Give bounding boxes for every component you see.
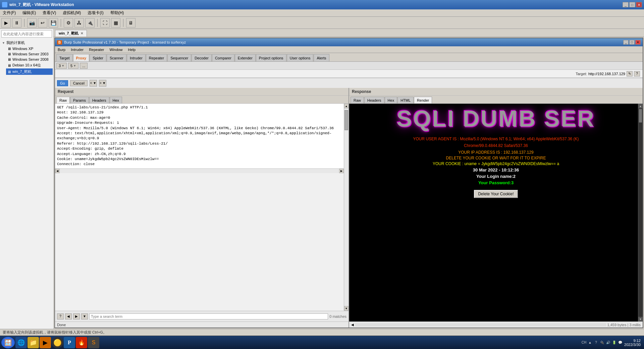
- nav-right-btn[interactable]: > ▼: [99, 80, 106, 87]
- tab-decoder[interactable]: Decoder: [192, 54, 212, 61]
- request-hscroll[interactable]: ◀ ▶: [55, 168, 344, 173]
- search-next-btn[interactable]: ▶: [73, 313, 80, 319]
- burp-menu-window[interactable]: Window: [108, 47, 124, 52]
- req-tab-params[interactable]: Params: [70, 97, 89, 103]
- toolbar-fullscreen-btn[interactable]: ⛶: [100, 18, 110, 28]
- resp-tab-raw[interactable]: Raw: [351, 97, 364, 103]
- subtab-more[interactable]: ...: [80, 63, 88, 69]
- clock[interactable]: 9:12 2022/3/30: [624, 339, 643, 347]
- burp-minimize[interactable]: _: [623, 40, 629, 45]
- burp-menu-burp[interactable]: Burp: [56, 47, 67, 52]
- tab-project-options[interactable]: Project options: [256, 54, 286, 61]
- vscroll-down[interactable]: ▼: [344, 306, 348, 311]
- tab-intruder[interactable]: Intruder: [127, 54, 146, 61]
- vm-icon-debian: 🖥: [7, 63, 11, 67]
- toolbar-unity-btn[interactable]: ▦: [111, 18, 120, 28]
- resp-vscroll-up[interactable]: ▲: [638, 104, 643, 108]
- menu-tabs[interactable]: 选项卡(I): [86, 9, 105, 16]
- sidebar-item-winxp[interactable]: 🖥 Windows XP: [6, 46, 53, 51]
- toolbar-network-btn[interactable]: 🖧: [74, 18, 84, 28]
- tab-sequencer[interactable]: Sequencer: [167, 54, 191, 61]
- toolbar-power-btn[interactable]: ▶: [1, 18, 11, 28]
- sidebar-item-win7[interactable]: 🖥 win_7_靶机: [6, 68, 53, 75]
- burp-menu-help[interactable]: Help: [127, 47, 137, 52]
- close-button[interactable]: ✕: [636, 2, 642, 7]
- subtab-5[interactable]: 5 ▼: [68, 63, 78, 69]
- req-tab-hex[interactable]: Hex: [110, 97, 122, 103]
- menu-vm[interactable]: 虚拟机(M): [61, 9, 82, 16]
- resp-vscroll-down[interactable]: ▼: [638, 317, 643, 321]
- taskbar-media[interactable]: ▶: [40, 337, 51, 348]
- req-tab-headers[interactable]: Headers: [89, 97, 109, 103]
- vscroll-up[interactable]: ▲: [344, 104, 348, 108]
- hscroll-left[interactable]: ◀: [55, 169, 60, 173]
- resp-scroll-left[interactable]: ◀: [351, 323, 354, 327]
- sidebar-item-winserver2003[interactable]: 🖥 Windows Server 2003: [6, 51, 53, 57]
- req-tab-raw[interactable]: Raw: [56, 97, 70, 103]
- toolbar-send-ctrl-alt-del[interactable]: 🖥: [126, 18, 136, 28]
- request-vscroll[interactable]: ▲ ▼: [344, 104, 348, 311]
- tree-my-computer[interactable]: ▼ 我的计算机: [1, 40, 53, 46]
- target-edit-btn[interactable]: ✎: [627, 71, 633, 77]
- taskbar-sublime[interactable]: S: [88, 337, 99, 348]
- sidebar-item-winserver2008[interactable]: 🖥 Windows Server 2008: [6, 57, 53, 62]
- taskbar-p-app[interactable]: P: [64, 337, 75, 348]
- toolbar-save-btn[interactable]: 💾: [49, 18, 58, 28]
- sidebar-item-debian[interactable]: 🖥 Debian 10.x 64位: [6, 62, 53, 68]
- menu-file[interactable]: 文件(F): [1, 9, 17, 16]
- search-input[interactable]: [89, 313, 328, 319]
- taskbar-explorer[interactable]: 📁: [28, 337, 39, 348]
- delete-cookie-button[interactable]: Delete Your Cookie!: [474, 190, 518, 198]
- search-help-btn[interactable]: ?: [57, 313, 64, 319]
- tab-scanner[interactable]: Scanner: [107, 54, 126, 61]
- sidebar-search-input[interactable]: [1, 30, 52, 38]
- toolbar-usb-btn[interactable]: 🔌: [85, 18, 95, 28]
- hscroll-right[interactable]: ▶: [339, 169, 344, 173]
- toolbar-restore-btn[interactable]: ↩: [38, 18, 47, 28]
- vscroll-track[interactable]: [344, 108, 348, 306]
- minimize-button[interactable]: _: [623, 2, 629, 7]
- target-help-btn[interactable]: ?: [634, 71, 640, 77]
- tab-alerts[interactable]: Alerts: [314, 54, 329, 61]
- taskbar-ie[interactable]: 🌐: [15, 337, 27, 348]
- resp-scroll-track[interactable]: [638, 108, 643, 317]
- tab-comparer[interactable]: Comparer: [212, 54, 234, 61]
- burp-maximize[interactable]: □: [629, 40, 635, 45]
- maximize-button[interactable]: □: [629, 2, 635, 7]
- tab-proxy[interactable]: Proxy: [73, 54, 90, 61]
- subtab-3[interactable]: 3 ▼: [56, 63, 67, 69]
- resp-tab-headers[interactable]: Headers: [364, 97, 384, 103]
- resp-hscroll-track[interactable]: [355, 323, 606, 327]
- vm-tab-close[interactable]: ✕: [80, 32, 83, 35]
- burp-close[interactable]: ✕: [635, 40, 641, 45]
- cancel-button[interactable]: Cancel: [70, 80, 88, 86]
- tab-target[interactable]: Target: [56, 54, 73, 61]
- search-prev-btn[interactable]: ◀: [65, 313, 72, 319]
- burp-menu-repeater[interactable]: Repeater: [88, 47, 105, 52]
- start-button[interactable]: 🪟: [1, 337, 15, 348]
- menu-edit[interactable]: 编辑(E): [21, 9, 37, 16]
- toolbar-pause-btn[interactable]: ⏸: [12, 18, 21, 28]
- vm-tab-win7[interactable]: win_7_靶机 ✕: [55, 30, 87, 37]
- go-button[interactable]: Go: [57, 80, 68, 86]
- tab-user-options[interactable]: User options: [287, 54, 314, 61]
- tab-spider[interactable]: Spider: [90, 54, 106, 61]
- toolbar-snapshot-btn[interactable]: 📷: [27, 18, 37, 28]
- hscroll-track[interactable]: [60, 169, 339, 173]
- resp-tab-hex[interactable]: Hex: [385, 97, 397, 103]
- taskbar-chrome[interactable]: 🟡: [52, 337, 63, 348]
- resp-tab-html[interactable]: HTML: [397, 97, 414, 103]
- toolbar-settings-btn[interactable]: ⚙: [64, 18, 73, 28]
- search-options-btn[interactable]: ▼: [81, 313, 88, 319]
- taskbar-burp[interactable]: 🔥: [76, 337, 87, 348]
- burp-menu-intruder[interactable]: Intruder: [69, 47, 85, 52]
- request-content[interactable]: GET /sqli-labs/Less-21/index.php HTTP/1.…: [55, 104, 344, 168]
- menu-view[interactable]: 查看(V): [41, 9, 57, 16]
- tab-extender[interactable]: Extender: [235, 54, 256, 61]
- resp-tab-render[interactable]: Render: [414, 97, 432, 103]
- response-vscroll[interactable]: ▲ ▼: [638, 104, 643, 321]
- nav-left-btn[interactable]: < ▼: [90, 80, 97, 87]
- tab-repeater[interactable]: Repeater: [146, 54, 167, 61]
- tray-arrow[interactable]: ▲: [587, 340, 593, 345]
- menu-help[interactable]: 帮助(H): [109, 9, 125, 16]
